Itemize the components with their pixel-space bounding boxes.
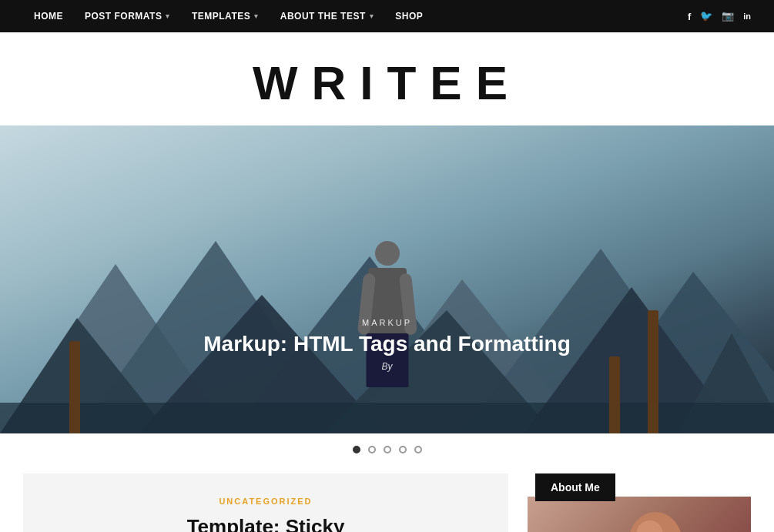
nav-item-templates[interactable]: TEMPLATES ▾ — [181, 0, 270, 32]
main-nav: HOME POST FORMATS ▾ TEMPLATES ▾ ABOUT TH… — [0, 0, 774, 32]
hero-category: MARKUP — [203, 318, 571, 327]
nav-item-home[interactable]: HOME — [23, 0, 74, 32]
hero-slider: MARKUP Markup: HTML Tags and Formatting … — [0, 125, 774, 433]
site-title[interactable]: WRITEE — [0, 55, 774, 110]
social-links: f 🐦 📷 in — [688, 10, 751, 22]
nav-item-post-formats[interactable]: POST FORMATS ▾ — [74, 0, 181, 32]
hero-post-title[interactable]: Markup: HTML Tags and Formatting — [203, 332, 571, 356]
twitter-icon[interactable]: 🐦 — [700, 10, 712, 22]
card-title[interactable]: Template: Sticky — [54, 515, 477, 532]
chevron-down-icon: ▾ — [254, 12, 259, 20]
nav-item-shop[interactable]: SHOP — [384, 0, 434, 32]
sidebar: About Me ⌐ ¬ — [528, 473, 751, 532]
slider-dot-2[interactable] — [368, 446, 376, 453]
slider-dot-5[interactable] — [414, 446, 422, 453]
chevron-down-icon: ▾ — [166, 12, 170, 20]
slider-dots — [0, 433, 774, 466]
instagram-icon[interactable]: 📷 — [722, 10, 734, 22]
about-me-widget: About Me ⌐ ¬ — [528, 473, 751, 532]
blog-card: UNCATEGORIZED Template: Sticky — [23, 473, 508, 532]
hero-by: By — [203, 361, 571, 372]
slider-dot-1[interactable] — [353, 446, 360, 453]
hero-text-overlay: MARKUP Markup: HTML Tags and Formatting … — [203, 318, 571, 372]
slider-dot-4[interactable] — [399, 446, 407, 453]
nav-item-about-the-test[interactable]: ABOUT THE TEST ▾ — [270, 0, 385, 32]
card-category[interactable]: UNCATEGORIZED — [54, 497, 477, 506]
site-header: WRITEE — [0, 32, 774, 125]
about-me-button[interactable]: About Me — [535, 473, 615, 501]
nav-links: HOME POST FORMATS ▾ TEMPLATES ▾ ABOUT TH… — [23, 0, 434, 32]
chevron-down-icon: ▾ — [370, 12, 374, 20]
main-content: UNCATEGORIZED Template: Sticky About Me … — [0, 466, 774, 532]
about-me-image — [528, 497, 751, 532]
facebook-icon[interactable]: f — [688, 11, 691, 22]
post-right — [648, 310, 658, 433]
post-left — [69, 341, 80, 433]
hero-background: MARKUP Markup: HTML Tags and Formatting … — [0, 125, 774, 433]
slider-dot-3[interactable] — [384, 446, 391, 453]
linkedin-icon[interactable]: in — [743, 12, 751, 21]
post-right2 — [609, 356, 620, 433]
